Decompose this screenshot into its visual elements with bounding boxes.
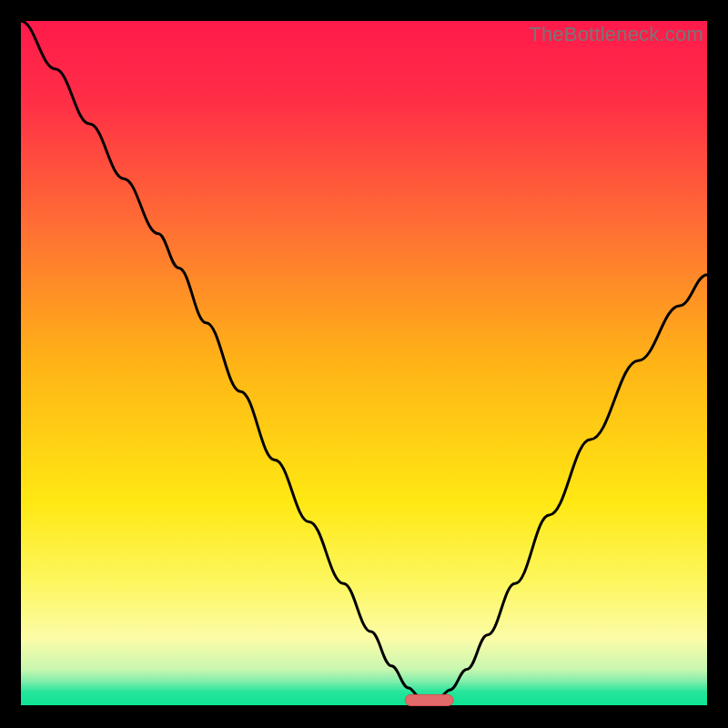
plot-frame: TheBottleneck.com: [21, 21, 707, 707]
optimal-marker: [405, 694, 453, 705]
gradient-background: [21, 21, 707, 707]
watermark-text: TheBottleneck.com: [529, 23, 703, 46]
bottleneck-chart: [21, 21, 707, 707]
